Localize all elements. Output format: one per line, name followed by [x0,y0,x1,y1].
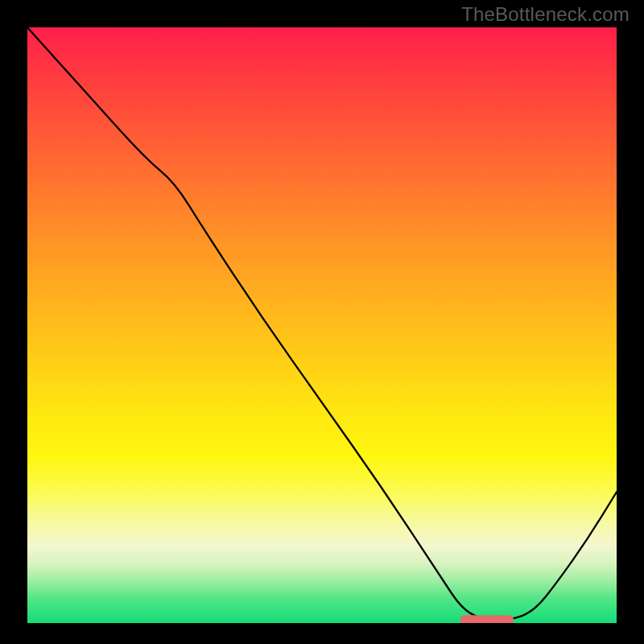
watermark-text: TheBottleneck.com [461,3,630,26]
curve-layer [27,27,617,623]
optimal-marker [460,615,514,623]
chart-frame: TheBottleneck.com [0,0,644,644]
plot-area [27,27,617,623]
bottleneck-curve-line [27,27,617,620]
